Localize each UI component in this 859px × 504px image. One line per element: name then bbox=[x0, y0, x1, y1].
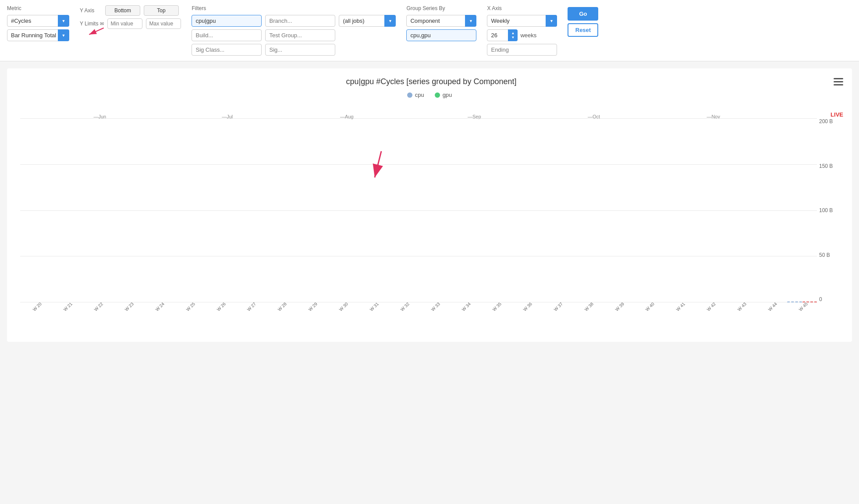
legend-gpu-dot bbox=[435, 92, 440, 98]
metric-type-select-wrapper: Bar Running Total bbox=[7, 29, 69, 41]
filters-label: Filters bbox=[192, 5, 396, 11]
legend-cpu-label: cpu bbox=[415, 92, 424, 98]
go-button[interactable]: Go bbox=[568, 7, 598, 21]
chart-legend: cpu gpu bbox=[16, 92, 843, 98]
weeks-row: ▲ ▼ weeks bbox=[487, 29, 557, 41]
metric-select[interactable]: #Cycles bbox=[7, 15, 68, 27]
weeks-input-wrapper: ▲ ▼ bbox=[487, 29, 518, 41]
y-axis-value: 150 B bbox=[819, 163, 833, 169]
x-axis-labels: W 20W 21W 22W 23W 24W 25W 26W 27W 28W 29… bbox=[20, 302, 817, 324]
hamburger-line-3 bbox=[834, 84, 843, 85]
weeks-label: weeks bbox=[520, 32, 536, 39]
filter-build-input[interactable] bbox=[192, 29, 262, 41]
envelope-icon: ✉ bbox=[100, 21, 104, 27]
filters-section: (all jobs) bbox=[192, 15, 396, 56]
y-axis-value: 100 B bbox=[819, 207, 833, 213]
jobs-select[interactable]: (all jobs) bbox=[339, 15, 396, 27]
y-max-input[interactable] bbox=[146, 18, 181, 29]
jobs-select-wrapper: (all jobs) bbox=[339, 15, 396, 27]
weeks-up-btn[interactable]: ▲ bbox=[511, 31, 515, 35]
y-axis-label: Y Axis bbox=[80, 7, 102, 14]
hamburger-line-2 bbox=[834, 81, 843, 82]
group-series-select[interactable]: Component bbox=[406, 15, 476, 27]
weeks-spinners: ▲ ▼ bbox=[508, 29, 518, 41]
hamburger-menu-icon[interactable] bbox=[834, 78, 843, 85]
chart-title: cpu|gpu #Cycles [series grouped by Compo… bbox=[29, 77, 834, 86]
chart-header: cpu|gpu #Cycles [series grouped by Compo… bbox=[16, 77, 843, 86]
chart-area: —Jun—Jul—Aug—Sep—Oct—Nov LIVE 200 B150 B… bbox=[20, 105, 843, 324]
metric-label: Metric bbox=[7, 5, 69, 11]
legend-cpu: cpu bbox=[407, 92, 424, 98]
x-axis-select[interactable]: Weekly bbox=[487, 15, 557, 27]
group-series-select-wrapper: Component bbox=[406, 15, 476, 27]
y-axis-labels: 200 B150 B100 B50 B0 bbox=[819, 118, 843, 302]
filter-test-group-input[interactable] bbox=[265, 29, 335, 41]
live-label: LIVE bbox=[831, 111, 843, 118]
metric-select-wrapper: #Cycles bbox=[7, 15, 69, 27]
bars-wrapper bbox=[20, 118, 817, 302]
group-series-label: Group Series By bbox=[406, 5, 476, 11]
x-axis-group: X Axis Weekly ▲ ▼ weeks bbox=[487, 5, 557, 56]
x-axis-label: X Axis bbox=[487, 5, 557, 11]
y-axis-value: 0 bbox=[819, 296, 822, 302]
hamburger-line-1 bbox=[834, 78, 843, 79]
ending-input[interactable] bbox=[487, 44, 557, 56]
y-limits-label: Y Limits ✉ bbox=[80, 21, 104, 27]
x-axis-select-wrapper: Weekly bbox=[487, 15, 557, 27]
action-buttons: Go Reset bbox=[568, 7, 598, 37]
legend-cpu-dot bbox=[407, 92, 412, 98]
y-axis-row: Y Axis Bottom Top bbox=[80, 5, 181, 16]
filter-cpu-gpu-input[interactable] bbox=[192, 15, 262, 27]
filter-sig-input[interactable] bbox=[265, 44, 335, 56]
metric-type-select[interactable]: Bar Running Total bbox=[7, 29, 69, 41]
y-axis-top-btn[interactable]: Top bbox=[144, 5, 179, 16]
chart-container: cpu|gpu #Cycles [series grouped by Compo… bbox=[7, 68, 852, 342]
legend-gpu: gpu bbox=[435, 92, 452, 98]
reset-button[interactable]: Reset bbox=[568, 23, 598, 37]
group-series-value-input[interactable] bbox=[406, 29, 476, 41]
filters-group: Filters (all jobs) bbox=[192, 5, 396, 56]
top-controls: Metric #Cycles Bar Running Total Y Axis … bbox=[0, 0, 859, 61]
metric-group: Metric #Cycles Bar Running Total bbox=[7, 5, 69, 41]
y-axis-value: 50 B bbox=[819, 252, 830, 258]
filters-col-right bbox=[265, 15, 335, 56]
y-axis-bottom-btn[interactable]: Bottom bbox=[105, 5, 140, 16]
y-min-input[interactable] bbox=[107, 18, 142, 29]
filter-sig-class-input[interactable] bbox=[192, 44, 262, 56]
y-axis-group: Y Axis Bottom Top Y Limits ✉ bbox=[80, 5, 181, 29]
y-limits-row: Y Limits ✉ bbox=[80, 18, 181, 29]
filter-branch-input[interactable] bbox=[265, 15, 335, 27]
legend-gpu-label: gpu bbox=[443, 92, 452, 98]
group-series-group: Group Series By Component bbox=[406, 5, 476, 41]
filters-col-left bbox=[192, 15, 262, 56]
weeks-down-btn[interactable]: ▼ bbox=[511, 35, 515, 40]
y-limits-text: Y Limits bbox=[80, 21, 98, 27]
y-axis-value: 200 B bbox=[819, 118, 833, 124]
